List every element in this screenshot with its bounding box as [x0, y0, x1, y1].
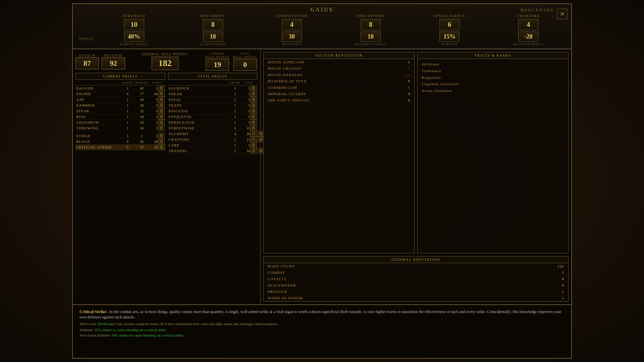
plus-icon[interactable]: ⊞ — [158, 108, 165, 114]
minus-icon[interactable]: ⊟ — [250, 148, 257, 154]
combat-skill-row[interactable]: AXE 1 36 5 ⊞ — [75, 97, 165, 103]
plus-icon[interactable]: ⊞ — [158, 119, 165, 125]
combat-skill-rating: 57 — [135, 145, 150, 149]
civil-skill-btns[interactable]: ⊞ — [250, 114, 257, 119]
traits-list: InfiltratorTerminatorKingslayerLiegeman … — [418, 59, 568, 96]
skill-level-suffix: Your victims would be better off if they… — [115, 322, 278, 326]
plus-icon[interactable]: ⊞ — [158, 144, 165, 150]
faction-value: -1 — [400, 66, 410, 70]
combat-skill-row[interactable]: SWORD 6 77 30 ⊞ — [75, 91, 165, 97]
traits-title: TRAITS & RANKS — [418, 52, 568, 59]
civil-skill-row[interactable]: LOCKPICK 1 5 ⊞ — [168, 85, 258, 91]
combat-skill-level: 1 — [121, 120, 135, 124]
plus-icon[interactable]: ⊞ — [250, 91, 257, 97]
combat-stats-row: ATTACK 87 DEFENSE 92 GENERAL SKILL POINT… — [75, 52, 258, 71]
combat-skill-plus-btn[interactable]: ⊞ — [158, 92, 165, 96]
plus-icon[interactable]: ⊞ — [250, 142, 257, 148]
civil-skill-row[interactable]: STREETWISE 5 15 ⊞ — [168, 125, 258, 131]
combat-skill-plus-btn[interactable]: ⊞ — [158, 145, 165, 149]
combat-skill-plus-btn[interactable]: ⊞ — [158, 86, 165, 90]
civil-skill-btns[interactable]: ⊞ — [250, 86, 257, 90]
faction-name: HOUSE DARATAN — [268, 73, 400, 77]
combat-skill-plus-btn[interactable]: ⊞ — [158, 97, 165, 102]
combat-skill-plus-btn[interactable]: ⊞ — [158, 109, 165, 113]
rep-value: 125 — [554, 264, 564, 268]
plus-icon[interactable]: ⊞ — [250, 119, 257, 125]
stat-col-perception: PERCEPTION 8 — [331, 14, 410, 31]
civil-skill-btns[interactable]: ⊞ — [250, 109, 257, 113]
civil-skill-btns[interactable]: ⊞ — [250, 97, 257, 102]
civil-skill-level: 5 — [228, 126, 242, 130]
minus-icon[interactable]: ⊟ — [250, 136, 257, 142]
plus-icon[interactable]: ⊞ — [250, 85, 257, 91]
civil-skill-row[interactable]: ALCHEMY 4 20 ⊟⊞ — [168, 131, 258, 137]
combat-skill-row[interactable]: CRITICAL STRIKE 5 57 25 ⊞ — [75, 144, 165, 150]
plus-icon[interactable]: ⊞ — [158, 102, 165, 108]
civil-skill-btns[interactable]: ⊟⊞ — [250, 148, 257, 153]
civil-skill-btns[interactable]: ⊞ — [250, 92, 257, 96]
civil-skill-btns[interactable]: ⊞ — [250, 103, 257, 108]
civil-skill-row[interactable]: TRAPS 1 5 ⊞ — [168, 103, 258, 108]
civil-skill-row[interactable]: LORE 1 5 ⊞ — [168, 142, 258, 148]
close-button[interactable]: ✕ — [557, 9, 568, 19]
combat-skill-row[interactable]: CROSSBOW 1 16 5 ⊞ — [75, 120, 165, 125]
stat-col-empty — [76, 14, 95, 31]
civil-skill-row[interactable]: DISGUISE 1 5 ⊞ — [168, 108, 258, 114]
skill-level-value: [Proficient] — [98, 322, 115, 326]
civil-skill-cost: 10 — [242, 149, 250, 153]
faction-value: 9 — [400, 92, 410, 96]
plus-icon[interactable]: ⊞ — [158, 97, 165, 102]
plus-icon[interactable]: ⊞ — [250, 125, 257, 131]
plus-icon[interactable]: ⊞ — [158, 133, 165, 138]
header-section: GAIUS MERCENARY STRENGTH 10 DEXTERITY 8 … — [73, 4, 571, 49]
combat-skill-cost: 5 — [150, 103, 158, 107]
minus-icon[interactable]: ⊟ — [250, 131, 257, 136]
combat-skill-plus-btn[interactable]: ⊞ — [158, 139, 165, 144]
civil-skill-row[interactable]: STEAL 1 5 ⊞ — [168, 97, 258, 103]
combat-skill-row[interactable]: HAMMER 1 36 5 ⊞ — [75, 103, 165, 108]
civil-skill-cost: 5 — [242, 92, 250, 96]
right-top-row: FACTION REPUTATION HOUSE AURELIAN 2 HOUS… — [263, 52, 569, 253]
civil-skill-btns[interactable]: ⊟⊞ — [250, 137, 257, 142]
civil-skill-row[interactable]: SNEAK 1 5 ⊞ — [168, 91, 258, 97]
civil-skill-btns[interactable]: ⊟⊞ — [250, 131, 257, 136]
plus-icon[interactable]: ⊞ — [250, 97, 257, 102]
combat-skill-name: CROSSBOW — [76, 120, 121, 124]
civil-skill-btns[interactable]: ⊞ — [250, 120, 257, 125]
traits-ranks-panel: TRAITS & RANKS InfiltratorTerminatorKing… — [417, 52, 569, 253]
civil-skill-row[interactable]: PERSUASION 1 5 ⊞ — [168, 120, 258, 125]
combat-skill-name: SPEAR — [76, 109, 121, 113]
plus-icon[interactable]: ⊞ — [158, 91, 165, 97]
rep-name: PRESTIGE — [268, 290, 554, 294]
combat-skill-level: 1 — [121, 109, 135, 113]
civil-skill-btns[interactable]: ⊞ — [250, 126, 257, 130]
rep-value: 5 — [554, 270, 564, 275]
combat-skill-plus-btn[interactable]: ⊞ — [158, 114, 165, 119]
combat-skill-row[interactable]: SPEAR 1 32 5 ⊞ — [75, 108, 165, 114]
civil-skill-cost: 5 — [242, 103, 250, 107]
combat-skill-row[interactable]: THROWING 1 16 5 ⊞ — [75, 125, 165, 131]
faction-title: FACTION REPUTATION — [264, 52, 414, 59]
plus-icon[interactable]: ⊞ — [158, 114, 165, 119]
combat-skill-row[interactable]: BLOCK 6 92 30 ⊞ — [75, 139, 165, 144]
combat-skill-row[interactable]: DODGE 1 2 5 ⊞ — [75, 133, 165, 139]
plus-icon[interactable]: ⊞ — [158, 125, 165, 131]
combat-skill-plus-btn[interactable]: ⊞ — [158, 126, 165, 130]
civil-skill-row[interactable]: CRAFTING 5 15 ⊟⊞ — [168, 137, 258, 142]
civil-skill-btns[interactable]: ⊞ — [250, 143, 257, 147]
combat-skill-rating: 16 — [135, 120, 150, 124]
plus-icon[interactable]: ⊞ — [158, 85, 165, 91]
plus-icon[interactable]: ⊞ — [250, 114, 257, 119]
plus-icon[interactable]: ⊞ — [250, 102, 257, 108]
combat-skill-row[interactable]: BOW 1 16 5 ⊞ — [75, 114, 165, 120]
civil-skill-row[interactable]: TRADING 2 10 ⊟⊞ — [168, 148, 258, 154]
combat-skill-plus-btn[interactable]: ⊞ — [158, 120, 165, 125]
civil-skill-row[interactable]: ETIQUETTE 1 5 ⊞ — [168, 114, 258, 120]
right-panels: FACTION REPUTATION HOUSE AURELIAN 2 HOUS… — [261, 49, 571, 304]
plus-icon[interactable]: ⊞ — [250, 108, 257, 114]
combat-skill-plus-btn[interactable]: ⊞ — [158, 103, 165, 108]
combat-skill-plus-btn[interactable]: ⊞ — [158, 133, 165, 138]
plus-icon[interactable]: ⊞ — [158, 138, 165, 144]
general-rep-row: PRESTIGE 1 — [264, 289, 568, 295]
combat-skill-row[interactable]: DAGGER 1 42 5 ⊞ — [75, 85, 165, 91]
